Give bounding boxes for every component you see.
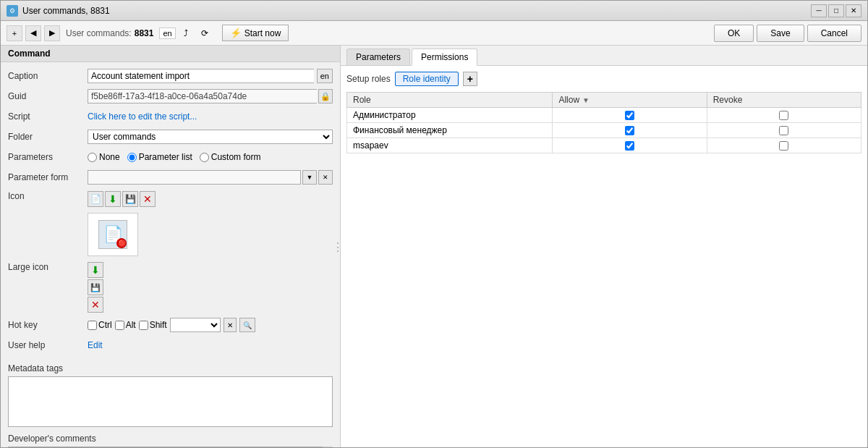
minimize-button[interactable]: ─ — [811, 4, 827, 17]
add-button[interactable]: + — [7, 25, 22, 41]
hotkey-key-select[interactable] — [170, 318, 221, 332]
param-form-input[interactable] — [88, 170, 301, 185]
language-badge[interactable]: en — [159, 28, 175, 39]
role-cell: Администратор — [347, 108, 553, 123]
parameters-radio-group: None Parameter list Custom form — [88, 152, 260, 162]
script-label: Script — [8, 111, 88, 122]
revoke-checkbox[interactable] — [779, 141, 788, 151]
script-link[interactable]: Click here to edit the script... — [88, 111, 197, 122]
allow-checkbox[interactable] — [625, 126, 634, 135]
radio-paramlist[interactable]: Parameter list — [127, 152, 192, 162]
param-form-clear-btn[interactable]: ✕ — [318, 170, 333, 185]
hotkey-search-button[interactable]: 🔍 — [239, 318, 255, 332]
toolbar: + ◀ ▶ User commands: 8831 en ⤴ ⟳ ⚡ Start… — [1, 21, 867, 46]
large-icon-download-icon: ⬇ — [91, 264, 100, 276]
hotkey-alt[interactable]: Alt — [115, 320, 136, 330]
revoke-cell — [707, 108, 861, 123]
hotkey-label: Hot key — [8, 320, 88, 330]
revoke-checkbox[interactable] — [779, 111, 788, 120]
caption-lang-badge[interactable]: en — [317, 69, 333, 83]
radio-none-label: None — [99, 152, 120, 162]
dev-comments-textarea[interactable] — [8, 447, 333, 447]
user-help-label: User help — [8, 340, 88, 350]
parameters-row: Parameters None Parameter list — [8, 149, 333, 165]
tab-parameters[interactable]: Parameters — [346, 48, 410, 65]
close-button[interactable]: ✕ — [846, 4, 861, 17]
folder-select[interactable]: User commands — [88, 130, 333, 144]
add-role-button[interactable]: + — [463, 72, 477, 86]
allow-cell — [553, 108, 707, 123]
command-section-header: Command — [1, 46, 340, 62]
window-title: User commands, 8831 — [22, 6, 110, 16]
icon-delete-btn[interactable]: ✕ — [140, 191, 156, 207]
left-panel: Command Caption en Guid — [1, 46, 341, 447]
caption-label: Caption — [8, 71, 88, 81]
icon-delete-icon: ✕ — [143, 193, 152, 205]
revoke-cell — [707, 138, 861, 153]
form-body: Caption en Guid — [1, 62, 340, 359]
radio-custom[interactable]: Custom form — [200, 152, 261, 162]
radio-custom-input[interactable] — [200, 153, 209, 162]
table-row: Администратор — [347, 108, 861, 123]
allow-checkbox[interactable] — [625, 141, 634, 151]
refresh-button[interactable]: ⟳ — [196, 26, 213, 41]
hotkey-shift-checkbox[interactable] — [139, 321, 148, 330]
caption-control: en — [88, 69, 333, 83]
large-icon-delete-btn[interactable]: ✕ — [88, 297, 103, 313]
role-identity-button[interactable]: Role identity — [395, 72, 459, 86]
folder-row: Folder User commands — [8, 129, 333, 145]
export-button[interactable]: ⤴ — [179, 26, 193, 41]
large-icon-action-buttons: ⬇ 💾 ✕ — [88, 262, 103, 313]
icon-browse-btn[interactable]: 📄 — [88, 191, 103, 207]
forward-button[interactable]: ▶ — [44, 25, 60, 41]
panel-splitter[interactable]: ⋮ — [332, 240, 344, 253]
parameters-label: Parameters — [8, 152, 88, 162]
setup-roles-bar: Setup roles Role identity + — [346, 72, 861, 86]
large-icon-download-btn[interactable]: ⬇ — [88, 262, 103, 278]
param-form-expand-btn[interactable]: ▼ — [302, 170, 317, 185]
maximize-button[interactable]: □ — [828, 4, 844, 17]
hotkey-ctrl-checkbox[interactable] — [88, 321, 97, 330]
hotkey-clear-button[interactable]: ✕ — [224, 318, 237, 332]
icon-download-icon: ⬇ — [109, 193, 117, 205]
caption-input[interactable] — [88, 69, 314, 83]
icon-save-icon: 💾 — [125, 194, 136, 204]
setup-roles-label: Setup roles — [346, 74, 391, 84]
ok-button-toolbar[interactable]: OK — [714, 25, 754, 42]
start-now-button[interactable]: ⚡ Start now — [222, 25, 289, 41]
dev-comments-label: Developer's comments — [8, 434, 333, 444]
revoke-checkbox[interactable] — [779, 126, 788, 135]
hotkey-row: Hot key Ctrl Alt — [8, 317, 333, 333]
col-header-role: Role — [347, 93, 553, 108]
hotkey-shift[interactable]: Shift — [139, 320, 167, 330]
save-button-toolbar[interactable]: Save — [757, 25, 804, 42]
allow-filter-icon[interactable]: ▼ — [582, 96, 590, 104]
large-icon-label: Large icon — [8, 262, 88, 272]
table-row: Финансовый менеджер — [347, 123, 861, 138]
user-help-edit-link[interactable]: Edit — [88, 340, 103, 350]
metadata-textarea[interactable] — [8, 376, 333, 427]
allow-cell — [553, 138, 707, 153]
col-header-revoke: Revoke — [707, 93, 861, 108]
metadata-label: Metadata tags — [8, 363, 333, 373]
radio-paramlist-label: Parameter list — [139, 152, 192, 162]
icon-save-btn[interactable]: 💾 — [122, 191, 138, 207]
allow-checkbox[interactable] — [625, 111, 634, 120]
hotkey-alt-checkbox[interactable] — [115, 321, 124, 330]
radio-none[interactable]: None — [88, 152, 120, 162]
large-icon-save-btn[interactable]: 💾 — [88, 279, 103, 295]
radio-none-input[interactable] — [88, 153, 97, 162]
radio-paramlist-input[interactable] — [127, 153, 137, 162]
param-form-row: Parameter form ▼ ✕ — [8, 169, 333, 185]
hotkey-controls: Ctrl Alt Shift — [88, 318, 255, 332]
app-icon: ⚙ — [7, 5, 18, 17]
hotkey-ctrl[interactable]: Ctrl — [88, 320, 112, 330]
role-cell: msapaev — [347, 138, 553, 153]
guid-input[interactable] — [88, 89, 317, 103]
icon-row: Icon 📄 ⬇ 💾 — [8, 190, 333, 256]
back-button[interactable]: ◀ — [25, 25, 41, 41]
lightning-icon: ⚡ — [230, 28, 242, 38]
cancel-button-toolbar[interactable]: Cancel — [807, 25, 861, 42]
tab-permissions[interactable]: Permissions — [412, 48, 477, 66]
icon-download-btn[interactable]: ⬇ — [105, 191, 121, 207]
